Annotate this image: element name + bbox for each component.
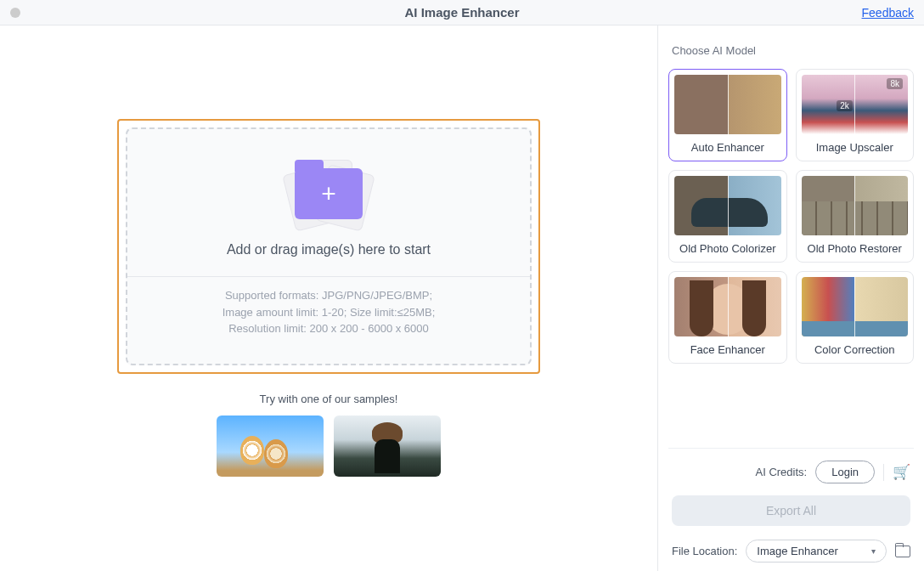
model-thumb bbox=[802, 277, 909, 336]
credits-row: AI Credits: Login 🛒 bbox=[672, 461, 910, 483]
file-location-value: Image Enhancer bbox=[757, 545, 837, 557]
info-limits: Image amount limit: 1-20; Size limit:≤25… bbox=[223, 304, 436, 321]
model-label: Image Upscaler bbox=[802, 141, 909, 155]
choose-model-label: Choose AI Model bbox=[668, 44, 914, 57]
feedback-link[interactable]: Feedback bbox=[862, 6, 914, 20]
info-formats: Supported formats: JPG/PNG/JPEG/BMP; bbox=[223, 287, 436, 304]
image-dropzone[interactable]: + Add or drag image(s) here to start Sup… bbox=[126, 127, 532, 365]
sample-image-person[interactable] bbox=[334, 416, 441, 477]
samples-row bbox=[217, 416, 441, 477]
plus-icon: + bbox=[321, 181, 336, 206]
sample-image-balloons[interactable] bbox=[217, 416, 324, 477]
model-label: Auto Enhancer bbox=[674, 141, 781, 155]
app-title: AI Image Enhancer bbox=[404, 5, 519, 20]
file-location-label: File Location: bbox=[672, 545, 737, 557]
dropzone-main-text: Add or drag image(s) here to start bbox=[227, 242, 431, 257]
model-auto-enhancer[interactable]: Auto Enhancer bbox=[668, 69, 787, 161]
file-location-select[interactable]: Image Enhancer ▾ bbox=[746, 540, 887, 563]
model-thumb bbox=[674, 176, 781, 235]
model-label: Old Photo Restorer bbox=[802, 242, 909, 257]
cart-icon[interactable]: 🛒 bbox=[893, 463, 910, 481]
chevron-down-icon: ▾ bbox=[871, 546, 876, 556]
model-label: Face Enhancer bbox=[674, 343, 781, 358]
model-label: Old Photo Colorizer bbox=[674, 242, 781, 257]
model-thumb bbox=[674, 277, 781, 336]
model-old-photo-colorizer[interactable]: Old Photo Colorizer bbox=[668, 170, 787, 263]
window-dot bbox=[10, 8, 20, 18]
badge-8k: 8k bbox=[887, 78, 903, 89]
model-image-upscaler[interactable]: 2k 8k Image Upscaler bbox=[796, 69, 915, 161]
titlebar: AI Image Enhancer Feedback bbox=[0, 0, 924, 25]
right-bottom: AI Credits: Login 🛒 Export All File Loca… bbox=[668, 448, 914, 571]
model-face-enhancer[interactable]: Face Enhancer bbox=[668, 271, 787, 364]
credits-label: AI Credits: bbox=[756, 466, 808, 478]
model-grid: Auto Enhancer 2k 8k Image Upscaler Old P… bbox=[668, 69, 914, 364]
browse-folder-icon[interactable] bbox=[895, 546, 910, 557]
file-location-row: File Location: Image Enhancer ▾ bbox=[672, 540, 910, 563]
samples-label: Try with one of our samples! bbox=[260, 393, 398, 405]
divider bbox=[127, 276, 530, 277]
model-thumb bbox=[802, 176, 909, 235]
divider bbox=[883, 464, 884, 481]
main-panel: + Add or drag image(s) here to start Sup… bbox=[0, 25, 657, 571]
dropzone-icon: + bbox=[273, 155, 384, 232]
login-button[interactable]: Login bbox=[815, 461, 875, 483]
folder-plus-icon: + bbox=[295, 168, 363, 219]
right-panel: Choose AI Model Auto Enhancer 2k 8k Imag… bbox=[657, 25, 924, 571]
model-thumb bbox=[674, 75, 781, 134]
badge-2k: 2k bbox=[837, 100, 853, 111]
model-thumb: 2k 8k bbox=[802, 75, 909, 134]
model-label: Color Correction bbox=[802, 343, 909, 358]
model-color-correction[interactable]: Color Correction bbox=[796, 271, 915, 364]
dropzone-info: Supported formats: JPG/PNG/JPEG/BMP; Ima… bbox=[223, 287, 436, 337]
export-all-button[interactable]: Export All bbox=[672, 495, 910, 526]
model-old-photo-restorer[interactable]: Old Photo Restorer bbox=[796, 170, 915, 263]
dropzone-highlight: + Add or drag image(s) here to start Sup… bbox=[117, 119, 540, 374]
info-resolution: Resolution limit: 200 x 200 - 6000 x 600… bbox=[223, 320, 436, 337]
